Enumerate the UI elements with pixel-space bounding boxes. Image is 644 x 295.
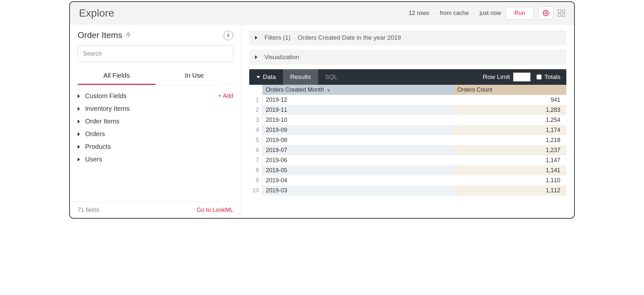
app-window: Explore 12 rows · from cache · just now … [69,1,575,219]
column-dim-label: Orders Created Month [266,86,324,93]
row-number: 4 [249,125,263,135]
row-number: 3 [249,115,263,125]
group-inventory-items[interactable]: Inventory Items [78,102,233,115]
table-row[interactable]: 102019-031,112 [249,186,566,196]
data-label: Data [263,73,276,81]
row-count: 12 rows [409,10,429,17]
cell-measure[interactable]: 1,110 [454,175,566,186]
sidebar: Order Items All Fields In Use Custom F [70,24,241,218]
group-label: Products [85,143,111,150]
cell-measure[interactable]: 1,218 [454,135,566,145]
table-row[interactable]: 42019-091,174 [249,125,566,135]
group-label: Inventory Items [85,105,130,112]
table-row[interactable]: 22019-111,283 [249,105,566,115]
tab-in-use[interactable]: In Use [156,69,234,85]
cell-dimension[interactable]: 2019-04 [263,175,454,186]
cell-dimension[interactable]: 2019-03 [263,186,454,196]
gear-icon [543,10,549,16]
go-to-lookml-link[interactable]: Go to LookML [197,207,233,213]
add-custom-field-link[interactable]: + Add [218,93,233,99]
cell-measure[interactable]: 1,237 [454,145,566,155]
results-label: Results [290,73,311,81]
caret-right-icon [78,145,80,149]
table-row[interactable]: 52019-081,218 [249,135,566,145]
cell-dimension[interactable]: 2019-11 [263,105,454,115]
run-button[interactable]: Run [506,7,534,19]
body: Order Items All Fields In Use Custom F [70,24,574,218]
cell-measure[interactable]: 1,112 [454,186,566,196]
field-count: 71 fields [78,207,99,213]
caret-right-icon [78,158,80,161]
group-custom-fields[interactable]: Custom Fields + Add [78,90,233,102]
group-order-items[interactable]: Order Items [78,115,233,128]
tab-all-fields[interactable]: All Fields [78,69,156,85]
row-limit-input[interactable] [513,72,531,82]
table-row[interactable]: 12019-12941 [249,95,566,105]
search-input[interactable] [78,45,233,62]
cell-measure[interactable]: 941 [454,95,566,105]
row-number: 6 [249,145,263,155]
separator-dot-icon: · [473,10,475,17]
table-row[interactable]: 92019-041,110 [249,175,566,186]
sql-label: SQL [325,73,338,81]
svg-point-0 [545,12,547,14]
field-panel: Custom Fields + Add Inventory Items Orde… [70,85,241,202]
bolt-icon [125,31,131,40]
group-users[interactable]: Users [78,153,233,166]
collapse-sidebar-button[interactable] [224,31,233,40]
row-number: 8 [249,165,263,175]
row-number: 2 [249,105,263,115]
table-row[interactable]: 32019-101,254 [249,115,566,125]
settings-button[interactable] [538,6,553,19]
cell-measure[interactable]: 1,254 [454,115,566,125]
cell-dimension[interactable]: 2019-10 [263,115,454,125]
table-row[interactable]: 62019-071,237 [249,145,566,155]
cell-measure[interactable]: 1,283 [454,105,566,115]
chevron-left-icon [227,33,230,37]
cell-dimension[interactable]: 2019-06 [263,155,454,165]
filters-description: Orders Created Date in the year 2019 [298,34,401,41]
separator-dot-icon: · [434,10,435,17]
column-header-measure[interactable]: Orders Count [454,85,566,95]
cell-measure[interactable]: 1,141 [454,165,566,175]
sidebar-footer: 71 fields Go to LookML [70,202,241,218]
cell-dimension[interactable]: 2019-08 [263,135,454,145]
cell-dimension[interactable]: 2019-12 [263,95,454,105]
cell-measure[interactable]: 1,174 [454,125,566,135]
group-products[interactable]: Products [78,140,233,153]
cell-dimension[interactable]: 2019-05 [263,165,454,175]
cell-dimension[interactable]: 2019-07 [263,145,454,155]
cell-measure[interactable]: 1,147 [454,155,566,165]
caret-down-icon [256,76,260,78]
table-row[interactable]: 72019-061,147 [249,155,566,165]
results-tab[interactable]: Results [283,69,318,85]
group-orders[interactable]: Orders [78,128,233,140]
caret-right-icon [78,107,80,111]
caret-right-icon [255,36,257,40]
group-label: Custom Fields [85,92,127,100]
visualization-label: Visualization [264,54,299,61]
svg-marker-1 [126,32,131,37]
sort-desc-icon: ∨ [327,87,330,93]
row-number: 9 [249,175,263,186]
row-number: 10 [249,186,263,196]
sql-tab[interactable]: SQL [318,69,345,85]
totals-checkbox[interactable] [536,74,542,80]
caret-right-icon [255,55,257,59]
row-number: 5 [249,135,263,145]
visualization-section[interactable]: Visualization [249,50,566,65]
caret-right-icon [78,120,80,123]
cache-status: from cache [440,10,469,17]
field-tabs: All Fields In Use [78,69,233,85]
results-table: Orders Created Month ∨ Orders Count 1201… [249,85,566,196]
table-row[interactable]: 82019-051,141 [249,165,566,175]
totals-toggle[interactable]: Totals [536,73,566,81]
filters-section[interactable]: Filters (1) Orders Created Date in the y… [249,30,566,45]
row-limit-label: Row Limit [483,73,510,81]
dashboard-icon[interactable] [558,9,565,17]
cell-dimension[interactable]: 2019-09 [263,125,454,135]
rownum-header [249,85,263,95]
data-tab[interactable]: Data [249,69,283,85]
column-header-dimension[interactable]: Orders Created Month ∨ [263,85,454,95]
row-number: 1 [249,95,263,105]
